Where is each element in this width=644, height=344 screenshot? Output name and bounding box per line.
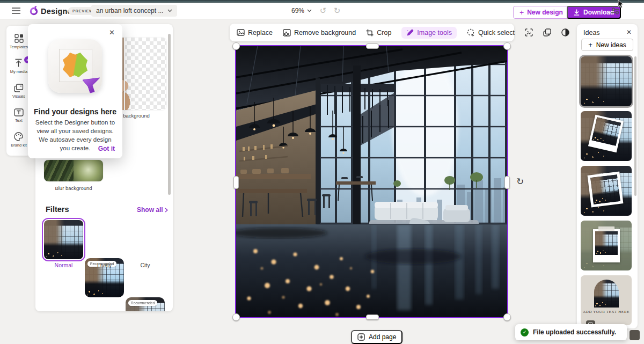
sidebar-item-visuals[interactable]: Visuals: [12, 84, 25, 99]
square-frame: [588, 172, 624, 208]
frame-image-button[interactable]: [525, 28, 533, 36]
crop-button[interactable]: Crop: [366, 29, 391, 36]
got-it-button[interactable]: Got it: [98, 145, 115, 152]
designer-app: Designer PREVIEW an urban loft concept .…: [0, 0, 644, 344]
ideas-panel-scrollbar[interactable]: [634, 56, 636, 196]
copy-style-button[interactable]: [543, 28, 551, 36]
illustration-cursor-arrow: [80, 74, 102, 95]
template-text: ADD YOUR TEXT HERE: [581, 310, 632, 314]
filter-label-normal: Normal: [44, 262, 83, 268]
resize-handle-bottom[interactable]: [366, 314, 379, 320]
idea-thumb-1[interactable]: [581, 56, 632, 106]
upload-icon: [14, 58, 23, 68]
download-icon: [574, 9, 580, 16]
image-tools-button[interactable]: Image tools: [401, 27, 457, 39]
zoom-control[interactable]: 69%: [291, 7, 312, 14]
polaroid-frame: [588, 115, 624, 153]
image-context-toolbar: Replace Remove background Crop Image too…: [230, 24, 514, 41]
sidebar-item-text[interactable]: Text: [14, 108, 24, 123]
toast-message: File uploaded successfully.: [533, 328, 616, 336]
frame-image-icon: [525, 28, 533, 36]
blur-background-demo-label: Blur background: [44, 185, 103, 191]
urban-loft-image: [236, 46, 507, 317]
chevron-right-icon: [165, 208, 168, 213]
media-panel-scrollbar[interactable]: [168, 34, 171, 195]
templates-icon: [14, 34, 24, 43]
sidebar-item-brand-kit[interactable]: Brand kit: [11, 132, 27, 148]
idea-thumb-4[interactable]: [581, 221, 632, 270]
resize-handle-bottom-right[interactable]: [503, 313, 511, 321]
resize-handle-top[interactable]: [366, 43, 379, 49]
new-design-button[interactable]: + New design: [513, 6, 569, 19]
remove-background-icon: [283, 29, 291, 36]
ideas-panel: Ideas ✕ + New ideas ADD YOUR TEXT: [577, 24, 638, 328]
visuals-icon: [14, 84, 24, 92]
chevron-down-icon: [307, 9, 312, 12]
zoom-value: 69%: [291, 7, 304, 14]
recommended-badge: Recommended: [128, 300, 157, 306]
add-page-button[interactable]: Add page: [351, 330, 402, 344]
popup-title: Find your designs here: [28, 107, 122, 116]
filter-thumb-city[interactable]: Recommended: [126, 297, 165, 311]
filters-show-all-link[interactable]: Show all: [137, 206, 168, 214]
new-ideas-button[interactable]: + New ideas: [581, 39, 633, 51]
quick-select-button[interactable]: Quick select: [467, 28, 515, 36]
canvas-image-selected[interactable]: [236, 46, 507, 317]
filter-label-lively: Lively: [85, 262, 124, 268]
contrast-icon: [561, 28, 569, 36]
image-tools-icon: [406, 29, 414, 36]
undo-button[interactable]: ↺: [318, 6, 328, 16]
arch-image: [594, 280, 619, 308]
redo-button[interactable]: ↻: [332, 6, 342, 16]
upload-success-toast: ✓ File uploaded successfully.: [515, 324, 627, 340]
replace-icon: [237, 29, 245, 36]
idea-thumb-2[interactable]: [581, 111, 632, 161]
idea-thumb-3[interactable]: [581, 166, 632, 216]
copy-style-icon: [543, 28, 551, 36]
filter-label-city: City: [126, 262, 165, 268]
add-page-icon: [357, 333, 365, 341]
app-header: Designer PREVIEW an urban loft concept .…: [0, 3, 644, 19]
popup-illustration: [47, 38, 103, 99]
plus-icon: +: [588, 41, 592, 49]
sidebar-item-my-media[interactable]: ✓ My media: [10, 58, 28, 74]
tape-strip: [598, 226, 614, 231]
text-icon: [14, 108, 24, 116]
chevron-down-icon: [167, 9, 172, 12]
rotate-handle[interactable]: ↻: [514, 175, 526, 187]
close-icon[interactable]: ✕: [109, 28, 115, 36]
resize-handle-bottom-left[interactable]: [232, 313, 240, 321]
hamburger-menu-icon[interactable]: [12, 8, 20, 14]
close-icon[interactable]: ✕: [626, 28, 632, 36]
quick-select-icon: [467, 28, 475, 36]
blur-background-demo[interactable]: [44, 160, 103, 181]
resize-handle-left[interactable]: [233, 176, 239, 189]
mouse-cursor: [618, 0, 624, 9]
replace-button[interactable]: Replace: [237, 29, 273, 36]
ideas-panel-title: Ideas: [583, 29, 600, 36]
resize-handle-top-right[interactable]: [503, 42, 511, 50]
blur-demo-left: [44, 160, 74, 181]
page-preview-thumb[interactable]: [630, 330, 640, 340]
filter-thumb-normal[interactable]: [44, 220, 83, 259]
document-title: an urban loft concept ...: [96, 7, 163, 14]
sidebar-item-templates[interactable]: Templates: [10, 34, 28, 49]
before-after-divider[interactable]: [124, 38, 125, 110]
idea-thumb-5[interactable]: ADD YOUR TEXT HERE: [581, 275, 632, 325]
resize-handle-top-left[interactable]: [232, 42, 240, 50]
crop-icon: [366, 29, 374, 36]
resize-handle-right[interactable]: [504, 176, 510, 189]
find-designs-popup: ✕ Find your designs here Select the Desi…: [28, 24, 122, 158]
palette-icon: [14, 132, 23, 141]
plus-icon: +: [519, 8, 524, 17]
remove-background-button[interactable]: Remove background: [283, 29, 356, 36]
designer-logo-icon: [29, 6, 39, 16]
document-title-dropdown[interactable]: an urban loft concept ...: [91, 5, 177, 17]
success-check-icon: ✓: [521, 328, 529, 336]
contrast-button[interactable]: [561, 28, 569, 36]
polaroid-frame: [593, 229, 620, 262]
filters-title: Filters: [46, 205, 69, 214]
blur-demo-right: [74, 160, 103, 181]
